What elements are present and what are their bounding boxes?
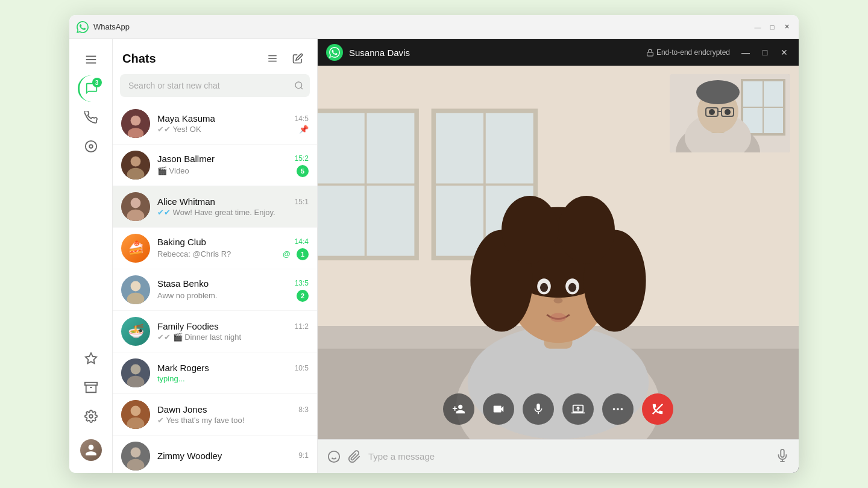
chat-info: Alice Whitman 15:1 ✔✔ Wow! Have great ti… [157, 196, 309, 217]
chat-preview: typing... [157, 374, 309, 383]
maximize-button[interactable]: □ [767, 22, 777, 32]
list-item[interactable]: Zimmy Woodley 9:1 [113, 436, 317, 473]
more-options-button[interactable] [602, 393, 634, 425]
svg-point-15 [131, 116, 141, 126]
voice-message-button[interactable] [776, 449, 789, 465]
app-body: 3 [69, 39, 799, 473]
chat-name: Jason Ballmer [157, 154, 215, 164]
list-item[interactable]: Dawn Jones 8:3 ✔ Yes that's my fave too! [113, 394, 317, 436]
svg-point-59 [568, 283, 576, 292]
chats-title: Chats [122, 52, 156, 66]
svg-point-3 [85, 141, 96, 152]
chat-name: Family Foodies [157, 321, 219, 331]
chats-badge: 3 [92, 78, 102, 87]
chat-area: Susanna Davis End-to-end endcrypted — □ … [318, 39, 799, 473]
chat-time: 8:3 [298, 405, 309, 414]
sidebar-item-chats[interactable]: 3 [78, 75, 104, 102]
list-item[interactable]: Jason Ballmer 15:2 🎬 Video 5 [113, 145, 317, 186]
message-input[interactable] [368, 451, 769, 461]
svg-point-12 [295, 82, 302, 89]
emoji-button[interactable] [327, 450, 341, 463]
sidebar-item-calls[interactable] [78, 104, 104, 131]
svg-point-27 [131, 364, 141, 375]
search-input[interactable] [120, 74, 310, 97]
microphone-button[interactable] [523, 393, 554, 425]
svg-point-18 [131, 157, 141, 167]
encryption-indicator: End-to-end endcrypted [646, 48, 730, 57]
video-window-controls: — □ ✕ [740, 46, 790, 58]
message-input-bar [318, 439, 799, 473]
avatar: 🍰 [121, 234, 150, 263]
chat-name: Maya Kasuma [157, 113, 215, 124]
chat-info: Mark Rogers 10:5 typing... [157, 363, 309, 383]
whatsapp-video-logo [326, 44, 343, 61]
svg-marker-5 [85, 353, 96, 363]
list-item[interactable]: 🍰 Baking Club 14:4 Rebecca: @Chris R? @ … [113, 228, 317, 269]
chat-time: 14:4 [295, 237, 309, 246]
avatar [121, 192, 150, 221]
chat-panel-icons [263, 49, 307, 68]
sidebar-item-archived[interactable] [78, 374, 104, 401]
svg-point-58 [540, 283, 548, 292]
chat-info: Family Foodies 11:2 ✔✔ 🎬 Dinner last nig… [157, 321, 309, 342]
menu-icon-button[interactable] [263, 49, 282, 68]
svg-point-60 [553, 298, 562, 303]
unread-badge: 2 [297, 290, 309, 302]
chat-time: 15:2 [295, 154, 309, 163]
video-minimize-button[interactable]: — [740, 46, 752, 58]
avatar [121, 400, 150, 429]
chat-name: Stasa Benko [157, 278, 209, 289]
svg-point-75 [709, 109, 715, 115]
screen-share-button[interactable] [562, 393, 594, 425]
chat-preview: ✔✔ 🎬 Dinner last night [157, 333, 309, 342]
avatar: 🍜 [121, 317, 150, 346]
svg-point-81 [329, 451, 339, 461]
camera-button[interactable] [483, 393, 514, 425]
self-view [670, 74, 790, 152]
close-button[interactable]: ✕ [782, 22, 791, 32]
new-chat-button[interactable] [288, 49, 307, 68]
window-controls: — □ ✕ [753, 22, 791, 32]
list-item[interactable]: Alice Whitman 15:1 ✔✔ Wow! Have great ti… [113, 186, 317, 228]
title-bar: WhatsApp — □ ✕ [69, 15, 799, 39]
svg-point-76 [725, 109, 731, 115]
video-close-button[interactable]: ✕ [778, 46, 790, 58]
app-title: WhatsApp [93, 22, 753, 31]
chat-info: Baking Club 14:4 Rebecca: @Chris R? @ 1 [157, 237, 309, 260]
sidebar-item-menu[interactable] [78, 46, 104, 73]
chat-info: Jason Ballmer 15:2 🎬 Video 5 [157, 154, 309, 177]
svg-point-77 [613, 408, 615, 410]
sidebar-item-settings[interactable] [78, 403, 104, 430]
user-avatar[interactable] [78, 437, 104, 463]
search-icon[interactable] [294, 81, 304, 90]
chat-name: Zimmy Woodley [157, 451, 222, 461]
unread-badge: 1 [297, 248, 309, 260]
end-call-button[interactable] [642, 393, 673, 425]
chat-name: Mark Rogers [157, 363, 209, 373]
avatar [121, 151, 150, 180]
avatar [121, 109, 150, 138]
chat-preview: ✔✔ Wow! Have great time. Enjoy. [157, 208, 309, 217]
sidebar-item-starred[interactable] [78, 345, 104, 372]
list-item[interactable]: Stasa Benko 13:5 Aww no problem. 2 [113, 269, 317, 311]
avatar [121, 358, 150, 387]
svg-point-30 [131, 406, 141, 416]
chat-preview: ✔✔ Yes! OK [157, 125, 299, 134]
video-call-titlebar: Susanna Davis End-to-end endcrypted — □ … [318, 39, 799, 66]
list-item[interactable]: 🍜 Family Foodies 11:2 ✔✔ 🎬 Dinner last n… [113, 311, 317, 352]
add-person-button[interactable] [443, 393, 474, 425]
search-bar [120, 74, 310, 97]
list-item[interactable]: Mark Rogers 10:5 typing... [113, 352, 317, 394]
chat-preview: ✔ Yes that's my fave too! [157, 416, 309, 425]
sidebar-item-status[interactable] [78, 133, 104, 160]
mention-icon: @ [283, 249, 291, 258]
encryption-label: End-to-end endcrypted [656, 48, 730, 57]
chat-time: 9:1 [298, 451, 309, 460]
minimize-button[interactable]: — [753, 22, 763, 32]
svg-point-21 [131, 198, 141, 208]
chat-name: Alice Whitman [157, 196, 215, 207]
chat-panel-header: Chats [113, 39, 317, 74]
list-item[interactable]: Maya Kasuma 14:5 ✔✔ Yes! OK 📌 [113, 103, 317, 145]
video-maximize-button[interactable]: □ [759, 46, 771, 58]
attachment-button[interactable] [348, 450, 361, 463]
